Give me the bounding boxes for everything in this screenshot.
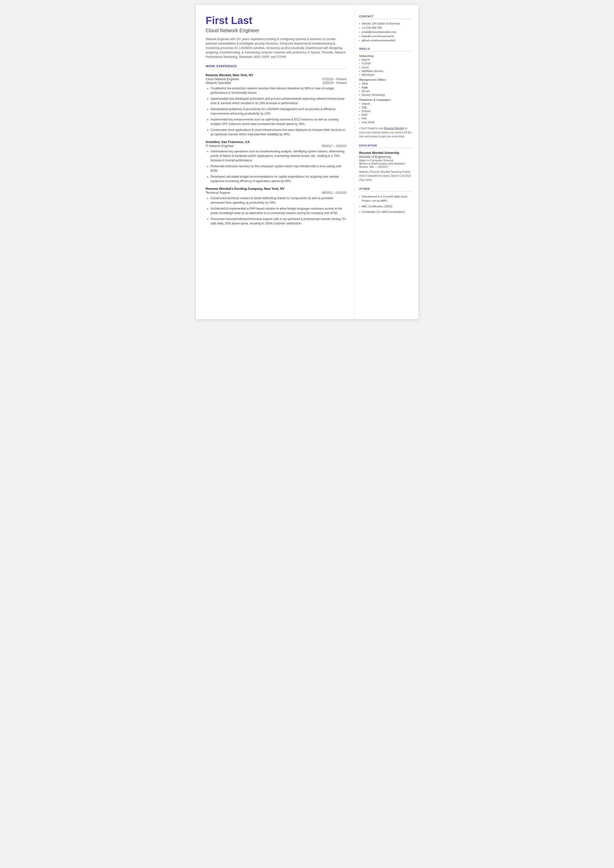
other-item: ABC Certification (2022) — [359, 204, 412, 209]
skill-list: JIRAAgileScrumSource Versioning — [359, 82, 412, 96]
employer-block: Resume Worded, New York, NYCloud Network… — [206, 73, 347, 137]
bullet-item: Constructed cloud applications & cloud i… — [211, 128, 347, 137]
contact-item: +1-234-456-789 — [359, 26, 412, 29]
right-column: CONTACT Denver, OH (Open to Remote)+1-23… — [354, 5, 419, 319]
job-title: Network Specialist — [206, 81, 231, 85]
edu-degree: Bachelor of Engineering — [359, 155, 412, 158]
skills-content: Networking:DHCPTCP/IPCiscoNetWare Server… — [359, 54, 412, 124]
bullet-item: Performed extensive recovery on the comp… — [211, 164, 347, 173]
candidate-name: First Last — [206, 15, 347, 26]
rw-link[interactable]: Resume Worded — [384, 127, 404, 130]
skill-list: OracleSQLPythonPHPPerlUnix Shell — [359, 102, 412, 124]
rw-promo: • Don't forget to use Resume Worded to s… — [359, 126, 412, 138]
job-row: Technical Support08/2012 – 01/2015 — [206, 191, 347, 194]
work-experience-heading: WORK EXPERIENCE — [206, 65, 347, 69]
contact-item: email@resumeworded.com — [359, 30, 412, 33]
job-title: Cloud Network Engineer — [206, 78, 239, 81]
job-title: IT Network Engineer — [206, 144, 234, 148]
left-column: First Last Cloud Network Engineer Networ… — [196, 5, 354, 319]
skill-category: Networking: — [359, 54, 412, 57]
bullet-item: Developed calculated budget recommendati… — [211, 174, 347, 183]
edu-awards: Awards: Resume Worded Teaching Fellow (o… — [359, 170, 412, 182]
other-heading: OTHER — [359, 187, 412, 191]
job-bullets: Constructed technical reviews & raised d… — [211, 196, 347, 226]
skill-item: Scrum — [359, 90, 412, 93]
skill-item: PHP — [359, 113, 412, 116]
bullet-item: Implemented key enhancements such as opt… — [211, 117, 347, 126]
edu-school: Resume Worded University — [359, 151, 412, 155]
job-bullets: Troubleshot live production network serv… — [211, 86, 347, 137]
bullet-item: Processed inbound/outbound technical sup… — [211, 217, 347, 226]
candidate-title: Cloud Network Engineer — [206, 28, 347, 33]
other-item: Volunteered in a 3-month data cloud Proj… — [359, 194, 412, 203]
employer-block: Resume Worded's Exciting Company, New Yo… — [206, 187, 347, 226]
skill-item: Cisco — [359, 66, 412, 69]
employer-name: Resume Worded, New York, NY — [206, 73, 347, 77]
job-row: Network Specialist10/2018 – Present — [206, 81, 347, 85]
skill-category: Management Utilities: — [359, 78, 412, 81]
skill-item: Python — [359, 110, 412, 113]
work-section: Resume Worded, New York, NYCloud Network… — [206, 73, 347, 226]
skill-item: TCP/IP — [359, 62, 412, 65]
bullet-item: Spearheaded and developed automation and… — [211, 96, 347, 106]
skill-category: Databases & Languages: — [359, 98, 412, 101]
job-bullets: Administered key operations such as trou… — [211, 149, 347, 183]
bullet-item: Architected & implemented a PHP-based so… — [211, 207, 347, 215]
skill-item: SQL — [359, 106, 412, 109]
edu-minors: Minors in Mathematics and Statistics — [359, 162, 412, 165]
skill-item: Oracle — [359, 102, 412, 105]
other-section: OTHER Volunteered in a 3-month data clou… — [359, 187, 412, 214]
resume-page: First Last Cloud Network Engineer Networ… — [196, 5, 419, 319]
skill-item: Wireshark — [359, 73, 412, 76]
bullet-item: Constructed technical reviews & raised d… — [211, 196, 347, 205]
job-dates: 05/2017 – 10/2019 — [322, 144, 346, 148]
skill-item: JIRA — [359, 82, 412, 85]
employer-block: Growthsi, San Francisco, CAIT Network En… — [206, 140, 347, 183]
education-heading: EDUCATION — [359, 144, 412, 148]
contact-item: linkedin.com/in/username — [359, 35, 412, 37]
skill-item: NetWare Servers — [359, 70, 412, 73]
skill-item: Agile — [359, 86, 412, 89]
contact-item: github.com/resumeworded — [359, 39, 412, 42]
contact-heading: CONTACT — [359, 15, 412, 19]
skills-section: SKILLS Networking:DHCPTCP/IPCiscoNetWare… — [359, 47, 412, 138]
job-row: IT Network Engineer05/2017 – 10/2019 — [206, 144, 347, 148]
bullet-item: Troubleshot live production network serv… — [211, 86, 347, 95]
skill-item: DHCP — [359, 58, 412, 61]
employer-name: Growthsi, San Francisco, CA — [206, 140, 347, 144]
contact-list: Denver, OH (Open to Remote)+1-234-456-78… — [359, 22, 412, 42]
skills-heading: SKILLS — [359, 47, 412, 51]
skill-item: Perl — [359, 117, 412, 120]
education-section: EDUCATION Resume Worded University Bache… — [359, 144, 412, 182]
contact-section: CONTACT Denver, OH (Open to Remote)+1-23… — [359, 15, 412, 42]
skill-list: DHCPTCP/IPCiscoNetWare ServersWireshark — [359, 58, 412, 76]
job-dates: 08/2012 – 01/2015 — [322, 191, 346, 194]
job-dates: 07/2019 – Present — [322, 78, 346, 81]
employer-name: Resume Worded's Exciting Company, New Yo… — [206, 187, 347, 191]
job-dates: 10/2018 – Present — [322, 81, 346, 85]
contact-item: Denver, OH (Open to Remote) — [359, 22, 412, 25]
edu-major: Major in Computer Science — [359, 159, 412, 162]
skill-item: Source Versioning — [359, 93, 412, 96]
bullet-item: Administered key operations such as trou… — [211, 149, 347, 163]
job-title: Technical Support — [206, 191, 230, 194]
bullet-item: Standardized guidelines & procedures for… — [211, 107, 347, 116]
edu-location-date: Boston, MA — 05/2017 — [359, 165, 412, 168]
summary-text: Network Engineer with 10+ years' experie… — [206, 37, 347, 59]
job-row: Cloud Network Engineer07/2019 – Present — [206, 78, 347, 81]
skill-item: Unix Shell — [359, 121, 412, 124]
other-list: Volunteered in a 3-month data cloud Proj… — [359, 194, 412, 214]
other-item: Completed 10+ AWS competitions. — [359, 210, 412, 214]
